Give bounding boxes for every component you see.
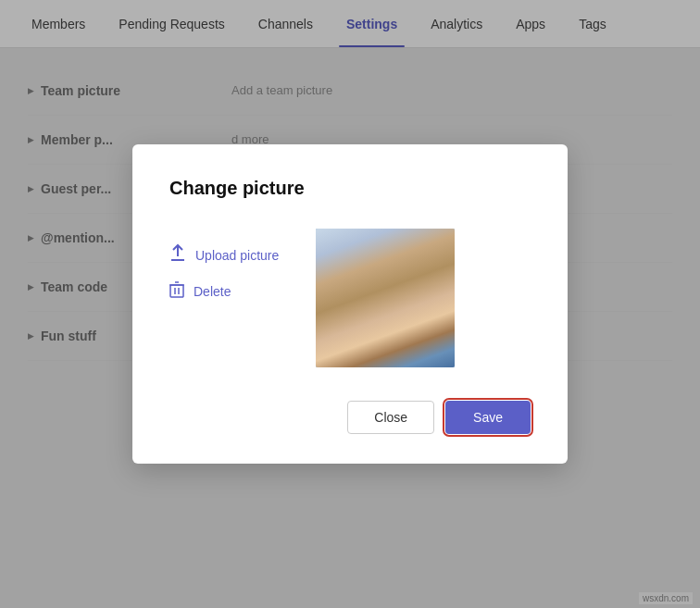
svg-point-24 <box>373 303 390 327</box>
svg-text:0.: 0. <box>411 287 422 297</box>
svg-rect-34 <box>413 325 426 334</box>
svg-rect-36 <box>385 338 396 347</box>
delete-picture-button[interactable]: Delete <box>169 281 279 302</box>
save-button[interactable]: Save <box>445 401 531 434</box>
svg-point-23 <box>365 300 378 324</box>
change-picture-modal: Change picture Upload picture <box>132 144 568 464</box>
upload-picture-button[interactable]: Upload picture <box>169 243 279 267</box>
modal-footer: Close Save <box>169 401 531 434</box>
modal-actions-left: Upload picture Delete <box>169 229 279 302</box>
svg-rect-7 <box>316 229 455 367</box>
svg-rect-25 <box>367 279 431 363</box>
svg-rect-35 <box>371 338 382 347</box>
svg-rect-31 <box>371 325 382 334</box>
svg-rect-39 <box>371 351 396 360</box>
upload-picture-label: Upload picture <box>195 248 279 263</box>
modal-overlay: Change picture Upload picture <box>0 0 700 608</box>
modal-body: Upload picture Delete <box>169 229 531 367</box>
svg-rect-27 <box>371 312 382 321</box>
svg-point-19 <box>339 314 394 347</box>
svg-rect-2 <box>170 285 183 297</box>
svg-point-20 <box>375 295 432 337</box>
svg-point-21 <box>341 308 362 334</box>
upload-icon <box>169 243 186 267</box>
svg-rect-38 <box>413 338 426 358</box>
delete-label: Delete <box>194 284 231 299</box>
close-button[interactable]: Close <box>347 401 434 434</box>
trash-icon <box>169 281 184 302</box>
svg-rect-40 <box>399 351 410 360</box>
team-picture-preview: 0. <box>316 229 455 367</box>
svg-rect-8 <box>316 229 455 367</box>
svg-rect-33 <box>399 325 410 334</box>
svg-rect-32 <box>385 325 396 334</box>
svg-rect-26 <box>369 282 429 308</box>
svg-rect-37 <box>399 338 410 347</box>
svg-rect-29 <box>399 312 410 321</box>
modal-title: Change picture <box>169 178 531 199</box>
svg-point-22 <box>352 302 369 328</box>
svg-rect-28 <box>385 312 396 321</box>
svg-rect-30 <box>413 312 426 321</box>
